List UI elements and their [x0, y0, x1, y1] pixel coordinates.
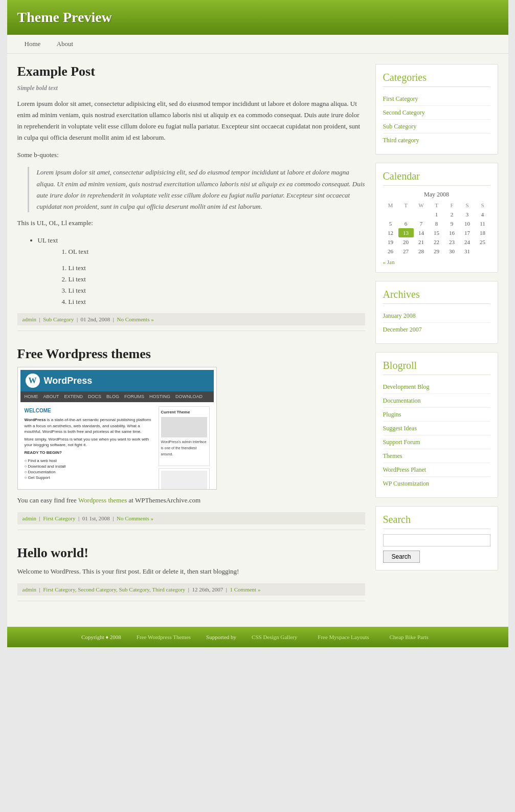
category-link-1[interactable]: First Category: [383, 95, 418, 102]
list-item: Sub Category: [383, 120, 490, 134]
footer-link-3[interactable]: Free Myspace Layouts: [318, 634, 369, 640]
post-date-2: 01 1st, 2008: [82, 515, 110, 521]
wp-nav-bar: HOMEABOUTEXTENDDOCSBLOGFORUMSHOSTINGDOWN…: [20, 391, 214, 402]
post-comments-1[interactable]: No Comments »: [117, 316, 154, 322]
archive-link-1[interactable]: January 2008: [383, 312, 416, 319]
post-title: Example Post: [17, 64, 365, 79]
blogroll-link-2[interactable]: Documentation: [383, 397, 421, 404]
li-item-4: Li text: [69, 296, 365, 308]
post-paragraph: Lorem ipsum dolor sit amet, consectetur …: [17, 98, 365, 143]
post-category-2[interactable]: First Category: [43, 515, 75, 521]
ol-parent: OL text: [69, 246, 365, 257]
nav-about[interactable]: About: [50, 35, 81, 53]
categories-widget: Categories First Category Second Categor…: [375, 64, 498, 155]
category-link-2[interactable]: Second Category: [383, 109, 425, 116]
cal-th-w: W: [414, 201, 429, 210]
calendar-widget: Calendar May 2008 M T W T F S S: [375, 163, 498, 273]
post-comments-2[interactable]: No Comments »: [117, 515, 153, 521]
calendar-table: May 2008 M T W T F S S: [383, 191, 490, 256]
wordpress-screenshot: W WordPress HOMEABOUTEXTENDDOCSBLOGFORUM…: [17, 367, 217, 490]
archives-widget: Archives January 2008 December 2007: [375, 281, 498, 344]
cal-th-s2: S: [475, 201, 490, 210]
blogroll-link-3[interactable]: Plugins: [383, 411, 401, 418]
wordpress-themes-link[interactable]: Wordpress themes: [78, 496, 127, 504]
list-item: Development Blog: [383, 380, 490, 394]
categories-list: First Category Second Category Sub Categ…: [383, 92, 490, 147]
li-item-1: Li text: [69, 262, 365, 274]
footer-link-1[interactable]: Free Wordpress Themes: [137, 634, 191, 640]
list-item: Third category: [383, 134, 490, 147]
wp-logo-text: WordPress: [44, 373, 93, 389]
list-item: WP Customization: [383, 477, 490, 490]
list-item: WordPress Planet: [383, 463, 490, 477]
post-title-3: Hello world!: [17, 545, 365, 561]
cal-th-t2: T: [429, 201, 444, 210]
post-author-3[interactable]: admin: [23, 586, 37, 592]
list-item: Second Category: [383, 106, 490, 120]
post-footer-2: admin | First Category | 01 1st, 2008 | …: [17, 512, 365, 524]
calendar-title: Calendar: [383, 170, 490, 186]
calendar-today: 13: [398, 228, 414, 237]
footer-link-2[interactable]: CSS Design Gallery: [252, 634, 297, 640]
blogroll-link-5[interactable]: Support Forum: [383, 438, 420, 446]
search-title: Search: [383, 514, 490, 529]
blogroll-link-1[interactable]: Development Blog: [383, 383, 430, 390]
post-date-1: 01 2nd, 2008: [81, 316, 110, 322]
search-button[interactable]: Search: [383, 551, 420, 563]
list-item: Support Forum: [383, 435, 490, 449]
search-widget: Search Search: [375, 506, 498, 570]
post-meta-top: Simple bold text: [17, 84, 365, 92]
blogroll-link-8[interactable]: WP Customization: [383, 480, 430, 487]
footer-copyright: Copyright ♦ 2008: [81, 634, 121, 640]
post-blockquote: Lorem ipsum dolor sit amet, consectetur …: [28, 167, 365, 212]
post-content-2: W WordPress HOMEABOUTEXTENDDOCSBLOGFORUM…: [17, 367, 365, 506]
post-categories-3[interactable]: First Category, Second Category, Sub Cat…: [43, 586, 185, 592]
archives-title: Archives: [383, 289, 490, 304]
post-author-2[interactable]: admin: [23, 515, 37, 521]
footer-link-4[interactable]: Cheap Bike Parts: [390, 634, 429, 640]
blogroll-link-6[interactable]: Themes: [383, 452, 402, 459]
list-item: January 2008: [383, 309, 490, 323]
post-category-1[interactable]: Sub Category: [43, 316, 74, 322]
post-author-1[interactable]: admin: [23, 316, 37, 322]
post-example: Example Post Simple bold text Lorem ipsu…: [17, 64, 365, 331]
list-item: Documentation: [383, 394, 490, 408]
post-text-2: You can easy find free Wordpress themes …: [17, 495, 365, 506]
nav-home[interactable]: Home: [17, 35, 48, 53]
calendar-month: May 2008: [383, 191, 490, 199]
cal-th-s1: S: [460, 201, 475, 210]
blockquote-label: Some b-quotes:: [17, 149, 365, 161]
site-header: Theme Preview: [7, 0, 508, 35]
footer-links: Copyright ♦ 2008 Free Wordpress Themes S…: [17, 634, 498, 640]
category-link-4[interactable]: Third category: [383, 137, 419, 144]
cal-th-t1: T: [398, 201, 414, 210]
post-wordpress: Free Wordpress themes W WordPress HOMEAB…: [17, 346, 365, 530]
site-footer: Copyright ♦ 2008 Free Wordpress Themes S…: [7, 627, 508, 647]
list-item: Plugins: [383, 408, 490, 422]
calendar-body: 1 2 3 4 5 6 7 8 9 10 11: [383, 210, 490, 256]
ul-item: UL text OL text Li text Li text Li text …: [38, 235, 365, 308]
li-item-2: Li text: [69, 274, 365, 285]
main-nav: Home About: [7, 35, 508, 54]
cal-th-m: M: [383, 201, 398, 210]
archive-link-2[interactable]: December 2007: [383, 326, 422, 333]
category-link-3[interactable]: Sub Category: [383, 123, 417, 130]
post-comments-3[interactable]: 1 Comment »: [230, 586, 261, 592]
list-item: December 2007: [383, 323, 490, 336]
footer-supported-by: Supported by: [206, 634, 236, 640]
sidebar: Categories First Category Second Categor…: [375, 64, 498, 579]
post-title-2: Free Wordpress themes: [17, 346, 365, 362]
wp-logo-icon: W: [26, 374, 40, 388]
cal-th-f: F: [444, 201, 460, 210]
site-title: Theme Preview: [17, 9, 498, 26]
blogroll-link-7[interactable]: WordPress Planet: [383, 466, 427, 473]
wp-body-left: WELCOME WordPress is a state-of-the-art …: [25, 406, 154, 489]
post-date-3: 12 26th, 2007: [192, 586, 223, 592]
categories-title: Categories: [383, 72, 490, 87]
calendar-prev-link[interactable]: « Jan: [383, 259, 395, 265]
blogroll-link-4[interactable]: Suggest Ideas: [383, 425, 417, 432]
blogroll-title: Blogroll: [383, 360, 490, 375]
post-content-3: Welcome to WordPress. This is your first…: [17, 566, 365, 577]
search-input[interactable]: [383, 534, 490, 546]
main-content: Example Post Simple bold text Lorem ipsu…: [17, 64, 365, 617]
